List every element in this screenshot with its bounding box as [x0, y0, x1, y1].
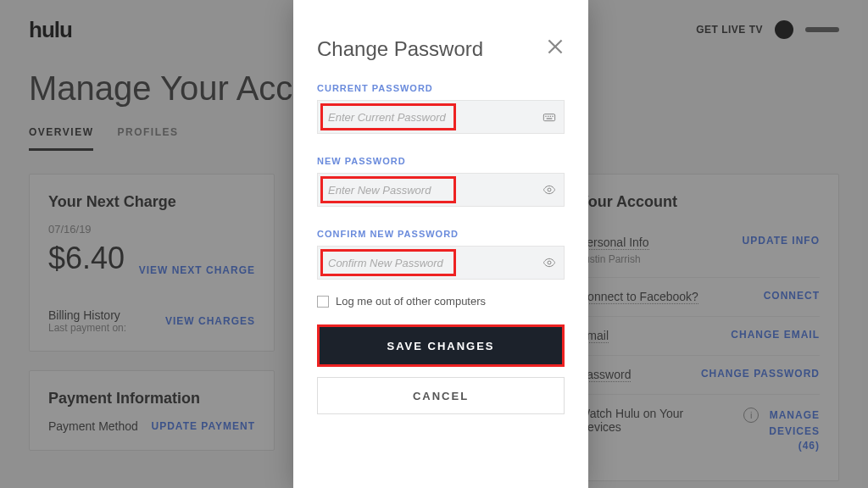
svg-rect-5 [550, 116, 551, 117]
close-icon[interactable] [544, 36, 566, 58]
svg-rect-6 [552, 116, 553, 117]
checkbox-icon[interactable] [317, 296, 329, 308]
cancel-button[interactable]: CANCEL [317, 377, 565, 414]
svg-rect-2 [543, 114, 554, 121]
svg-point-9 [548, 261, 551, 264]
highlight-box-icon: SAVE CHANGES [317, 324, 565, 367]
logout-other-checkbox-row[interactable]: Log me out of other computers [317, 295, 565, 308]
svg-rect-4 [548, 116, 548, 117]
modal-title: Change Password [317, 37, 565, 61]
keyboard-icon [542, 110, 556, 124]
eye-icon[interactable] [542, 256, 556, 269]
new-password-input[interactable] [317, 173, 565, 207]
confirm-password-input[interactable] [317, 246, 565, 280]
save-changes-button[interactable]: SAVE CHANGES [320, 327, 562, 364]
current-password-label: CURRENT PASSWORD [317, 83, 565, 93]
new-password-label: NEW PASSWORD [317, 156, 565, 166]
eye-icon[interactable] [542, 183, 556, 197]
confirm-password-label: CONFIRM NEW PASSWORD [317, 229, 565, 239]
svg-point-8 [548, 188, 551, 191]
current-password-input[interactable] [317, 100, 565, 134]
logout-other-label: Log me out of other computers [336, 295, 486, 308]
svg-rect-7 [547, 118, 553, 119]
svg-rect-3 [545, 116, 546, 117]
change-password-modal: Change Password CURRENT PASSWORD NEW PAS… [293, 0, 588, 488]
